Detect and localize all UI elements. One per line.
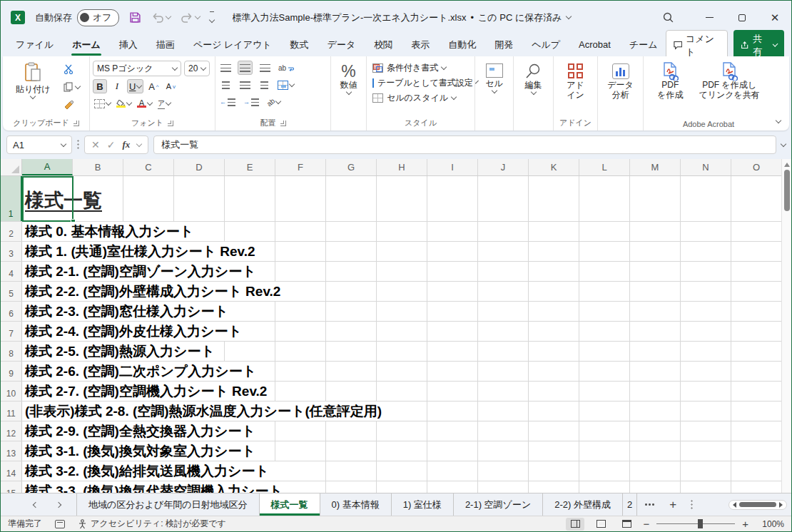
vertical-scrollbar[interactable] [781,159,791,493]
row-header[interactable]: 2 [1,222,22,241]
font-size-combo[interactable]: 20 [184,61,210,76]
sheet-row[interactable]: 11 (非表示)様式 2-8. (空調)熱源水温度入力シート(任意評定用) [1,401,791,421]
row-header[interactable]: 8 [1,342,22,361]
ribbon-tab[interactable]: チーム [621,35,666,56]
zoom-in-button[interactable]: + [742,518,748,530]
row-header[interactable]: 5 [1,282,22,301]
previous-sheet-button[interactable] [33,501,39,507]
sheet-row[interactable]: 6 様式 2-3. (空調)窓仕様入力シート [1,302,791,322]
merge-center-button[interactable] [276,78,295,92]
cancel-entry-button[interactable]: ✕ [91,139,100,150]
align-center-button[interactable] [238,78,252,92]
row-cells[interactable]: (非表示)様式 2-8. (空調)熱源水温度入力シート(任意評定用) [22,401,791,421]
row-header[interactable]: 3 [1,242,22,261]
number-format-button[interactable]: % 数値 [334,61,363,96]
row-header[interactable]: 11 [1,401,22,421]
cells-button[interactable]: セル [478,61,510,94]
ribbon-tab[interactable]: 描画 [148,35,183,56]
sheet-tab[interactable]: 0) 基本情報 [320,493,391,516]
page-layout-view-button[interactable] [592,518,610,531]
column-header[interactable]: J [478,159,529,175]
increase-indent-button[interactable]: → [242,95,260,109]
scroll-up-icon[interactable] [784,163,790,167]
sheet-row[interactable]: 12 様式 2-9. (空調)全熱交換器入力シート [1,421,791,441]
formula-bar-grip-icon[interactable] [77,139,79,150]
zoom-level[interactable]: 100% [756,519,784,529]
new-sheet-button[interactable]: + [662,493,684,516]
quick-access-toolbar-menu[interactable] [210,11,214,24]
ribbon-tab[interactable]: 開発 [487,35,521,56]
sheet-row[interactable]: 9 様式 2-6. (空調)二次ポンプ入力シート [1,362,791,382]
macro-record-icon[interactable] [55,520,65,528]
row-cells[interactable]: 様式 2-3. (空調)窓仕様入力シート [22,302,791,321]
column-header[interactable]: A [22,159,73,175]
sheet-row[interactable]: 7 様式 2-4. (空調)外皮仕様入力シート [1,322,791,342]
excel-app-icon[interactable]: X [11,11,25,24]
select-all-corner[interactable] [1,159,22,175]
borders-button[interactable] [93,96,112,111]
format-as-table-button[interactable]: テーブルとして書式設定 [370,76,472,91]
tab-splitter-handle[interactable] [684,493,700,516]
save-status[interactable]: この PC に保存済み [478,11,562,24]
fx-chevron-icon[interactable] [136,140,142,146]
sheet-row[interactable]: 15 様式 3-3. (換気)換気代替空調機入力シート [1,481,791,493]
cell-styles-button[interactable]: セルのスタイル [370,91,472,106]
data-analysis-button[interactable]: データ分析 [601,61,640,102]
row-cells[interactable]: 様式 2-7. (空調)空調機入力シート Rev.2 [22,382,791,401]
scroll-left-icon[interactable] [733,502,736,508]
row-cells[interactable]: 様式 3-2. (換気)給排気送風機入力シート [22,461,791,481]
editing-button[interactable]: 編集 [517,61,550,96]
row-header[interactable]: 4 [1,262,22,281]
autosave-toggle[interactable]: 自動保存 オフ [35,9,119,26]
row-header[interactable]: 14 [1,461,22,481]
horizontal-scrollbar[interactable] [728,500,787,510]
zoom-out-button[interactable]: − [643,518,649,530]
sheet-row[interactable]: 14 様式 3-2. (換気)給排気送風機入力シート [1,461,791,481]
sheet-row[interactable]: 4 様式 2-1. (空調)空調ゾーン入力シート [1,262,791,282]
insert-function-button[interactable]: fx [122,139,130,150]
sheet-row[interactable]: 2 様式 0. 基本情報入力シート [1,222,791,242]
top-align-button[interactable] [218,61,233,75]
paste-button[interactable]: 貼り付け [13,61,54,112]
underline-button[interactable]: U [127,79,143,93]
sheet-tab[interactable]: 様式一覧 [259,493,320,516]
column-header[interactable]: M [630,159,681,175]
column-header[interactable]: K [529,159,579,175]
row-cells[interactable]: 様式 3-1. (換気)換気対象室入力シート [22,441,791,461]
cut-button[interactable] [62,62,81,76]
fill-color-button[interactable] [115,96,133,111]
font-color-button[interactable]: A [136,96,153,111]
zoom-slider[interactable] [656,523,735,524]
ribbon-tab[interactable]: 挿入 [111,35,146,56]
column-header[interactable]: E [225,159,275,175]
formula-input[interactable]: 様式一覧 [153,135,776,154]
column-header[interactable]: G [326,159,377,175]
vertical-scroll-thumb[interactable] [784,170,790,211]
orientation-button[interactable]: ab [265,95,282,109]
ribbon-tab[interactable]: ホーム [64,35,108,56]
middle-align-button[interactable] [238,61,253,75]
zoom-slider-thumb[interactable] [698,519,703,528]
search-button[interactable] [643,11,693,24]
sheet-row[interactable]: 13 様式 3-1. (換気)換気対象室入力シート [1,441,791,461]
row-header[interactable]: 9 [1,362,22,381]
ribbon-tab[interactable]: 数式 [283,35,317,56]
ribbon-tab[interactable]: 表示 [403,35,437,56]
scroll-right-icon[interactable] [779,502,783,508]
name-box[interactable]: A1 [6,135,72,154]
redo-menu-chevron-icon[interactable] [194,14,200,19]
bottom-align-button[interactable] [258,61,272,75]
align-right-button[interactable] [257,78,271,92]
undo-button[interactable] [151,12,171,24]
column-header[interactable]: B [73,159,123,175]
wrap-text-button[interactable]: ab [277,61,295,75]
next-sheet-button[interactable] [56,501,61,507]
conditional-formatting-button[interactable]: 条件付き書式 [370,61,472,76]
collapse-ribbon-button[interactable] [776,114,781,125]
confirm-entry-button[interactable]: ✓ [107,139,116,150]
expand-formula-bar-icon[interactable] [781,140,786,146]
bold-button[interactable]: B [93,79,107,93]
sheet-row[interactable]: 10 様式 2-7. (空調)空調機入力シート Rev.2 [1,382,791,401]
ribbon-tab[interactable]: 校閲 [366,35,400,56]
column-header[interactable]: H [377,159,427,175]
